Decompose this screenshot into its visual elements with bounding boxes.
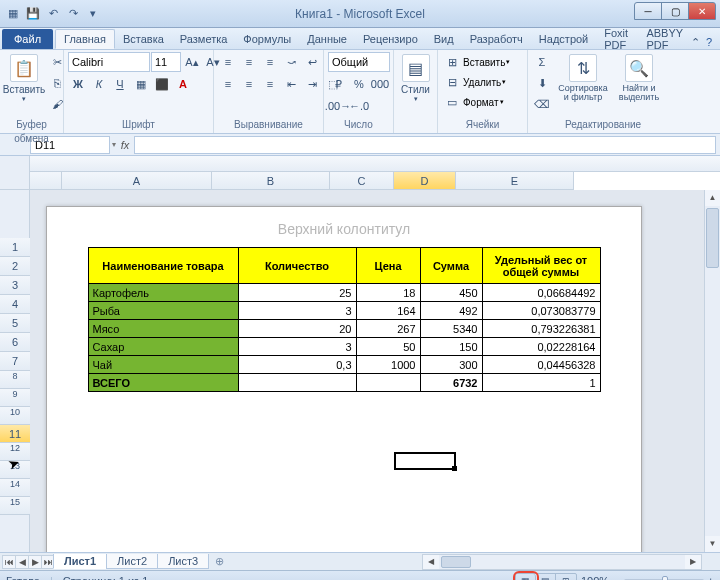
scroll-down-icon[interactable]: ▼ bbox=[705, 536, 720, 552]
zoom-thumb[interactable] bbox=[662, 576, 668, 581]
page-header-placeholder[interactable]: Верхний колонтитул bbox=[47, 207, 641, 247]
sheet-nav-prev-icon[interactable]: ◀ bbox=[15, 555, 29, 569]
table-cell[interactable]: 300 bbox=[420, 356, 482, 374]
row-header-6[interactable]: 6 bbox=[0, 333, 30, 352]
row-header-1[interactable]: 1 bbox=[0, 238, 30, 257]
table-cell[interactable]: 50 bbox=[356, 338, 420, 356]
qat-more-icon[interactable]: ▾ bbox=[84, 5, 102, 23]
row-header-3[interactable]: 3 bbox=[0, 276, 30, 295]
find-select-button[interactable]: 🔍 Найти и выделить bbox=[614, 52, 664, 104]
table-cell[interactable]: 492 bbox=[420, 302, 482, 320]
table-cell[interactable]: 3 bbox=[238, 302, 356, 320]
table-total-cell[interactable] bbox=[356, 374, 420, 392]
scroll-left-icon[interactable]: ◀ bbox=[423, 555, 439, 569]
table-cell[interactable]: 450 bbox=[420, 284, 482, 302]
table-cell[interactable]: Мясо bbox=[88, 320, 238, 338]
percent-icon[interactable]: % bbox=[349, 74, 369, 94]
number-format-select[interactable]: Общий bbox=[328, 52, 390, 72]
row-header-8[interactable]: 8 bbox=[0, 371, 30, 389]
table-cell[interactable]: Сахар bbox=[88, 338, 238, 356]
minimize-ribbon-icon[interactable]: ⌃ bbox=[691, 36, 700, 49]
table-cell[interactable]: 267 bbox=[356, 320, 420, 338]
increase-indent-icon[interactable]: ⇥ bbox=[302, 74, 322, 94]
table-cell[interactable]: 18 bbox=[356, 284, 420, 302]
vertical-scrollbar[interactable]: ▲ ▼ bbox=[704, 190, 720, 552]
table-header[interactable]: Цена bbox=[356, 248, 420, 284]
row-header-12[interactable]: 12 bbox=[0, 443, 30, 461]
ribbon-tab-3[interactable]: Формулы bbox=[235, 29, 299, 49]
increase-decimal-icon[interactable]: .00→ bbox=[328, 96, 348, 116]
decrease-indent-icon[interactable]: ⇤ bbox=[281, 74, 301, 94]
row-header-4[interactable]: 4 bbox=[0, 295, 30, 314]
ribbon-tab-2[interactable]: Разметка bbox=[172, 29, 236, 49]
zoom-out-button[interactable]: − bbox=[613, 575, 619, 581]
align-center-icon[interactable]: ≡ bbox=[239, 74, 259, 94]
table-total-cell[interactable]: 6732 bbox=[420, 374, 482, 392]
table-cell[interactable]: Чай bbox=[88, 356, 238, 374]
align-bottom-icon[interactable]: ≡ bbox=[260, 52, 280, 72]
table-total-cell[interactable]: 1 bbox=[482, 374, 600, 392]
new-sheet-icon[interactable]: ⊕ bbox=[209, 555, 230, 568]
table-cell[interactable]: 0,02228164 bbox=[482, 338, 600, 356]
wrap-text-icon[interactable]: ↩ bbox=[302, 52, 322, 72]
col-header-D[interactable]: D bbox=[394, 172, 456, 190]
font-size-select[interactable]: 11 bbox=[151, 52, 181, 72]
grow-font-icon[interactable]: A▴ bbox=[182, 52, 202, 72]
border-button[interactable]: ▦ bbox=[131, 74, 151, 94]
sort-filter-button[interactable]: ⇅ Сортировка и фильтр bbox=[555, 52, 611, 104]
ribbon-tab-9[interactable]: Foxit PDF bbox=[596, 29, 638, 49]
clear-icon[interactable]: ⌫ bbox=[532, 94, 552, 114]
select-all-corner[interactable] bbox=[0, 156, 29, 190]
vscroll-thumb[interactable] bbox=[706, 208, 719, 268]
page-break-view-button[interactable]: ⊞ bbox=[556, 574, 576, 581]
table-cell[interactable]: 164 bbox=[356, 302, 420, 320]
row-header-9[interactable]: 9 bbox=[0, 389, 30, 407]
row-header-7[interactable]: 7 bbox=[0, 352, 30, 371]
table-total-cell[interactable]: ВСЕГО bbox=[88, 374, 238, 392]
sheet-tab-1[interactable]: Лист2 bbox=[106, 554, 158, 569]
row-header-5[interactable]: 5 bbox=[0, 314, 30, 333]
table-cell[interactable]: 0,3 bbox=[238, 356, 356, 374]
sheet-tab-0[interactable]: Лист1 bbox=[53, 554, 107, 569]
italic-button[interactable]: К bbox=[89, 74, 109, 94]
bold-button[interactable]: Ж bbox=[68, 74, 88, 94]
ribbon-tab-6[interactable]: Вид bbox=[426, 29, 462, 49]
table-cell[interactable]: 25 bbox=[238, 284, 356, 302]
table-header[interactable]: Наименование товара bbox=[88, 248, 238, 284]
col-header-C[interactable]: C bbox=[330, 172, 394, 190]
insert-cells-button[interactable]: ⊞Вставить▾ bbox=[442, 52, 510, 72]
minimize-button[interactable]: ─ bbox=[634, 2, 662, 20]
hscroll-thumb[interactable] bbox=[441, 556, 471, 568]
scroll-up-icon[interactable]: ▲ bbox=[705, 190, 720, 206]
undo-icon[interactable]: ↶ bbox=[44, 5, 62, 23]
table-cell[interactable]: 150 bbox=[420, 338, 482, 356]
col-header-E[interactable]: E bbox=[456, 172, 574, 190]
currency-icon[interactable]: ₽ bbox=[328, 74, 348, 94]
font-name-select[interactable]: Calibri bbox=[68, 52, 150, 72]
table-cell[interactable]: 1000 bbox=[356, 356, 420, 374]
fx-icon[interactable]: fx bbox=[116, 139, 134, 151]
page-layout-view-button[interactable]: ▤ bbox=[536, 574, 556, 581]
table-cell[interactable]: 0,793226381 bbox=[482, 320, 600, 338]
maximize-button[interactable]: ▢ bbox=[661, 2, 689, 20]
sheet-tab-2[interactable]: Лист3 bbox=[157, 554, 209, 569]
align-top-icon[interactable]: ≡ bbox=[218, 52, 238, 72]
orientation-icon[interactable]: ⤻ bbox=[281, 52, 301, 72]
decrease-decimal-icon[interactable]: ←.0 bbox=[349, 96, 369, 116]
fill-color-button[interactable]: ⬛ bbox=[152, 74, 172, 94]
table-header[interactable]: Сумма bbox=[420, 248, 482, 284]
table-cell[interactable]: 5340 bbox=[420, 320, 482, 338]
row-header-2[interactable]: 2 bbox=[0, 257, 30, 276]
format-cells-button[interactable]: ▭Формат▾ bbox=[442, 92, 504, 112]
align-left-icon[interactable]: ≡ bbox=[218, 74, 238, 94]
align-middle-icon[interactable]: ≡ bbox=[239, 52, 259, 72]
ribbon-tab-7[interactable]: Разработч bbox=[462, 29, 531, 49]
styles-button[interactable]: ▤ Стили ▾ bbox=[398, 52, 433, 105]
ribbon-tab-1[interactable]: Вставка bbox=[115, 29, 172, 49]
row-header-14[interactable]: 14 bbox=[0, 479, 30, 497]
paste-button[interactable]: 📋 Вставить ▾ bbox=[4, 52, 44, 105]
redo-icon[interactable]: ↷ bbox=[64, 5, 82, 23]
sheet-nav-first-icon[interactable]: ⏮ bbox=[2, 555, 16, 569]
ribbon-tab-4[interactable]: Данные bbox=[299, 29, 355, 49]
ribbon-tab-10[interactable]: ABBYY PDF bbox=[638, 29, 691, 49]
